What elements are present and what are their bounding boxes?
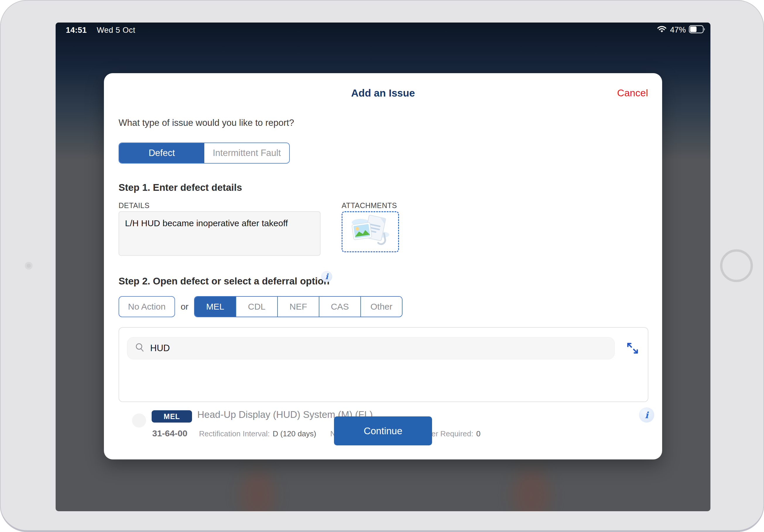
status-bar: 14:51 Wed 5 Oct 47% bbox=[56, 23, 710, 37]
deferral-option-mel[interactable]: MEL bbox=[195, 297, 236, 317]
deferral-segmented-control: MEL CDL NEF CAS Other bbox=[194, 296, 403, 317]
background-blur-blob bbox=[512, 469, 550, 511]
expand-icon[interactable] bbox=[626, 342, 639, 355]
result-field-value: 0 bbox=[476, 429, 480, 439]
step2-heading: Step 2. Open defect or select a deferral… bbox=[118, 276, 330, 287]
search-query-text: HUD bbox=[150, 343, 170, 353]
status-time: 14:51 bbox=[66, 26, 87, 35]
attachments-label: ATTACHMENTS bbox=[342, 201, 397, 210]
step2-info-icon[interactable]: i bbox=[321, 271, 332, 282]
screen: 14:51 Wed 5 Oct 47% bbox=[56, 23, 710, 511]
result-info-icon[interactable]: i bbox=[639, 407, 654, 423]
background-blur-blob bbox=[240, 470, 275, 511]
deferral-option-nef[interactable]: NEF bbox=[277, 297, 319, 317]
issue-type-segmented-control: Defect Intermittent Fault bbox=[118, 142, 290, 164]
search-icon bbox=[135, 343, 145, 354]
cancel-button[interactable]: Cancel bbox=[617, 87, 648, 98]
mel-search-card: HUD MEL Head-Up Display (HUD) System (M)… bbox=[118, 327, 649, 402]
tab-intermittent-fault[interactable]: Intermittent Fault bbox=[204, 143, 289, 163]
mel-search-input[interactable]: HUD bbox=[127, 337, 615, 359]
battery-icon bbox=[689, 25, 706, 35]
wifi-icon bbox=[657, 26, 667, 35]
result-field-value: D (120 days) bbox=[273, 429, 316, 439]
mel-result-row[interactable]: MEL Head-Up Display (HUD) System (M) (FL… bbox=[119, 366, 648, 402]
add-attachment-dropzone[interactable] bbox=[342, 211, 399, 252]
details-label: DETAILS bbox=[118, 201, 150, 210]
attachment-illustration-icon bbox=[348, 215, 392, 249]
home-button-ring[interactable] bbox=[720, 249, 753, 282]
deferral-option-cdl[interactable]: CDL bbox=[236, 297, 277, 317]
result-ata-code: 31-64-00 bbox=[152, 429, 187, 439]
front-camera-dot bbox=[25, 262, 33, 269]
details-textarea[interactable]: L/H HUD became inoperative after takeoff bbox=[118, 211, 320, 256]
deferral-options-row: No Action or MEL CDL NEF CAS Other bbox=[118, 296, 403, 317]
or-label: or bbox=[175, 302, 194, 312]
step1-heading: Step 1. Enter defect details bbox=[118, 182, 242, 193]
result-radio-button[interactable] bbox=[132, 414, 146, 428]
deferral-option-cas[interactable]: CAS bbox=[319, 297, 360, 317]
no-action-button[interactable]: No Action bbox=[118, 296, 175, 317]
continue-button[interactable]: Continue bbox=[334, 417, 432, 445]
battery-percent-label: 47% bbox=[670, 26, 686, 35]
modal-title: Add an Issue bbox=[104, 87, 662, 99]
result-details-line: 31-64-00 Rectification Interval: D (120 … bbox=[152, 429, 494, 439]
mel-badge: MEL bbox=[152, 410, 192, 423]
ipad-device-frame: 14:51 Wed 5 Oct 47% bbox=[0, 0, 764, 532]
result-field-label: Rectification Interval: bbox=[199, 429, 270, 439]
tab-defect[interactable]: Defect bbox=[119, 143, 204, 163]
issue-type-question: What type of issue would you like to rep… bbox=[118, 118, 294, 128]
status-date: Wed 5 Oct bbox=[97, 26, 135, 35]
add-issue-modal: Add an Issue Cancel What type of issue w… bbox=[104, 73, 662, 459]
deferral-option-other[interactable]: Other bbox=[360, 297, 402, 317]
